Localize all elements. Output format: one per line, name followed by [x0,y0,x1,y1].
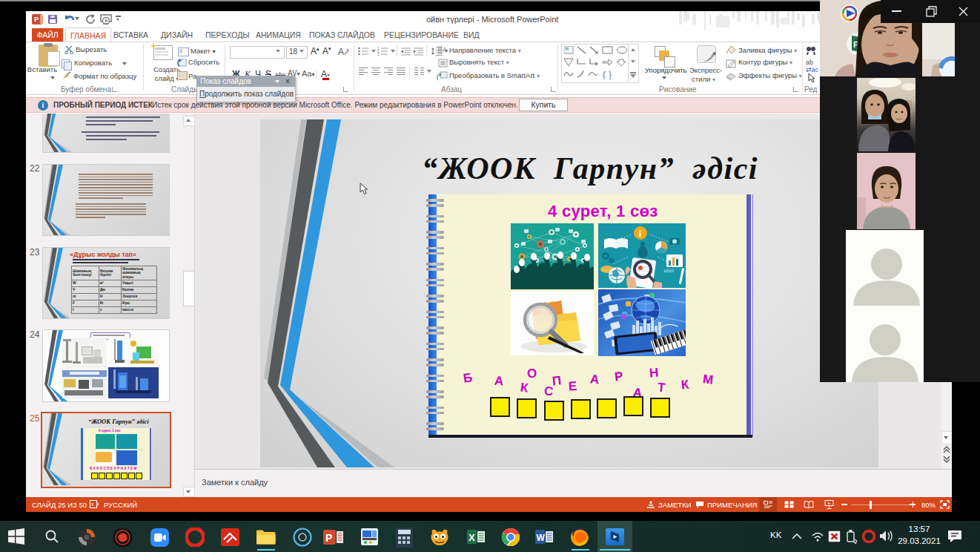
svg-text:A: A [338,47,344,56]
svg-text:P: P [325,532,332,544]
svg-text:A: A [443,46,447,53]
svg-text:10010: 10010 [663,269,674,273]
svg-text:}: } [609,70,612,79]
svg-text:{: { [603,70,606,79]
svg-text:x: x [91,502,94,507]
svg-text:3: 3 [377,53,380,56]
svg-text:i: i [639,228,642,239]
svg-text:W: W [537,533,546,543]
svg-text:X: X [469,532,475,543]
